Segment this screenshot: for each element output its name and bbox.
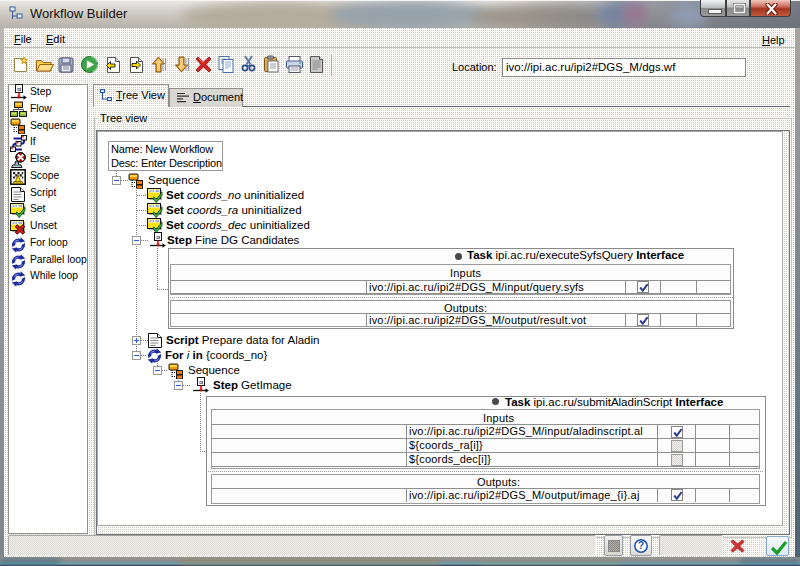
svg-text:?: ? [638,540,644,551]
